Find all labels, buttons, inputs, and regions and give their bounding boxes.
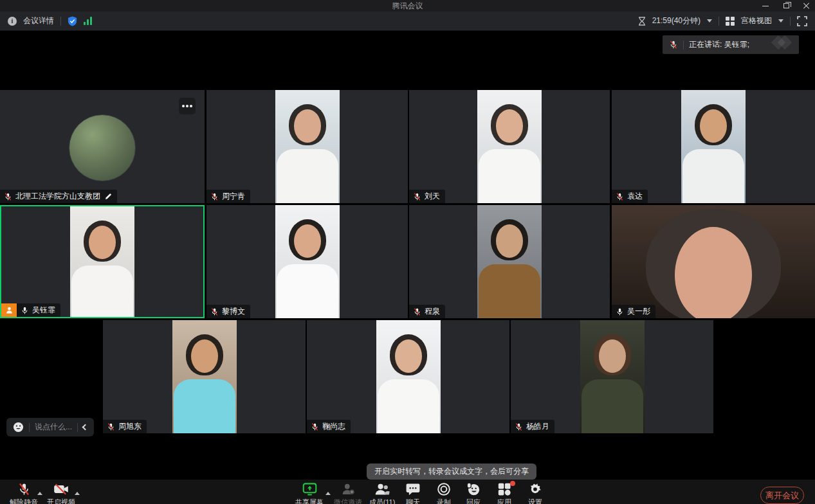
network-signal-icon[interactable] (84, 17, 92, 25)
maximize-button[interactable] (782, 1, 791, 10)
participant-name: 袁达 (627, 191, 643, 202)
participant-name: 程泉 (425, 306, 440, 317)
muted-mic-icon (616, 192, 624, 201)
fullscreen-icon[interactable] (797, 16, 807, 26)
record-icon (437, 482, 451, 496)
wechat-invite-button[interactable]: 微信邀请 (329, 482, 367, 504)
collapse-chat-icon[interactable] (82, 424, 89, 431)
muted-mic-icon (311, 422, 319, 431)
participant-video (275, 205, 340, 318)
leave-meeting-button[interactable]: 离开会议 (760, 487, 804, 504)
audio-options-chevron-icon[interactable] (37, 492, 42, 495)
muted-mic-icon (413, 307, 421, 316)
participant-video (477, 90, 542, 203)
speaking-indicator: 正在讲话: 吴钰霏; (663, 35, 799, 54)
chat-label: 聊天 (406, 498, 420, 504)
members-label: 成员(11) (369, 498, 396, 504)
participant-video (376, 320, 441, 433)
view-mode-button[interactable]: 宫格视图 (741, 15, 772, 26)
video-options-chevron-icon[interactable] (75, 492, 80, 495)
quick-chat-bar[interactable]: 说点什么... (6, 418, 94, 437)
participant-nameplate: 刘天 (409, 190, 445, 203)
video-tile[interactable]: 周宁青 (206, 90, 408, 203)
hourglass-icon (638, 17, 646, 26)
participant-video (477, 205, 542, 318)
participant-video (580, 320, 645, 433)
more-options-button[interactable] (179, 98, 196, 114)
top-toolbar: i 会议详情 21:59(40分钟) 宫格视图 (0, 12, 815, 31)
participant-video (172, 320, 237, 433)
participant-name: 吴一彤 (627, 306, 650, 317)
participant-name: 吴钰霏 (32, 305, 55, 316)
minimize-button[interactable] (761, 1, 770, 10)
duration-dropdown-icon[interactable] (707, 19, 712, 22)
minimize-icon (762, 6, 769, 6)
participant-name: 黎博文 (222, 306, 245, 317)
meeting-details-button[interactable]: 会议详情 (23, 15, 54, 26)
wechat-invite-label: 微信邀请 (334, 498, 362, 504)
video-tile[interactable]: 刘天 (409, 90, 610, 203)
participant-nameplate: 北理工法学院方山支教团 (0, 190, 117, 203)
top-toolbar-right: 21:59(40分钟) 宫格视图 (638, 15, 807, 26)
muted-mic-icon (4, 192, 12, 201)
muted-mic-icon (515, 422, 523, 431)
divider (77, 423, 78, 432)
watermark-icon (777, 37, 790, 48)
emoji-icon[interactable] (13, 422, 24, 433)
participant-video (681, 90, 746, 203)
video-tile[interactable]: 鞠尚志 (307, 320, 509, 433)
participant-nameplate: 周旭东 (103, 420, 147, 433)
video-stage: 正在讲话: 吴钰霏; 北理工法学院方山支教团 周宁青 刘天 (0, 31, 815, 504)
participant-name: 刘天 (425, 191, 440, 202)
share-screen-icon (302, 482, 317, 496)
more-icon (182, 105, 184, 107)
participant-nameplate: 袁达 (612, 190, 648, 203)
participant-nameplate: 吴一彤 (612, 305, 655, 318)
divider (29, 423, 30, 432)
share-screen-label: 共享屏幕 (295, 498, 324, 504)
participant-nameplate: 鞠尚志 (307, 420, 351, 433)
participant-nameplate: 黎博文 (206, 305, 250, 318)
settings-button[interactable]: 设置 (517, 482, 554, 504)
edit-name-icon[interactable] (105, 193, 112, 200)
reactions-label: 回应 (466, 498, 481, 504)
host-badge (1, 303, 17, 317)
video-tile[interactable]: 袁达 (612, 90, 815, 203)
participant-video (275, 90, 340, 203)
reaction-emoji-icon (466, 482, 481, 496)
tooltip-text: 开启实时转写，转录会议成文字，会后可分享 (374, 466, 529, 477)
video-tile-active-speaker[interactable]: 吴钰霏 (0, 205, 205, 318)
mic-on-icon (21, 306, 29, 315)
close-icon (803, 3, 810, 9)
video-tile[interactable]: 黎博文 (206, 205, 408, 318)
muted-mic-icon (17, 482, 31, 496)
muted-mic-icon (669, 40, 678, 50)
start-video-label: 开启视频 (47, 498, 75, 504)
apps-grid-icon (497, 482, 511, 496)
video-tile[interactable]: 程泉 (409, 205, 610, 318)
participant-nameplate: 程泉 (409, 305, 445, 318)
video-tile[interactable]: 吴一彤 (612, 205, 815, 318)
transcription-tooltip: 开启实时转写，转录会议成文字，会后可分享 (367, 464, 536, 480)
chat-input-placeholder[interactable]: 说点什么... (35, 422, 72, 433)
top-toolbar-left: i 会议详情 (8, 15, 92, 26)
security-shield-icon[interactable] (68, 16, 77, 26)
muted-mic-icon (210, 307, 219, 316)
share-screen-button[interactable]: 共享屏幕 (291, 482, 328, 504)
maximize-icon (783, 3, 789, 8)
close-button[interactable] (802, 1, 811, 10)
video-tile[interactable]: 北理工法学院方山支教团 (0, 90, 205, 203)
view-mode-dropdown-icon[interactable] (778, 19, 783, 22)
camera-off-icon (53, 482, 69, 496)
unmute-label: 解除静音 (10, 498, 38, 504)
video-tile[interactable]: 周旭东 (103, 320, 306, 433)
participant-nameplate: 吴钰霏 (17, 303, 60, 317)
participant-video (612, 205, 815, 318)
video-tile[interactable]: 杨皓月 (511, 320, 713, 433)
divider (683, 40, 684, 50)
participant-name: 杨皓月 (526, 421, 549, 432)
apps-label: 应用 (497, 498, 511, 504)
muted-mic-icon (413, 192, 421, 201)
info-icon: i (8, 17, 17, 26)
notification-dot (510, 481, 515, 486)
